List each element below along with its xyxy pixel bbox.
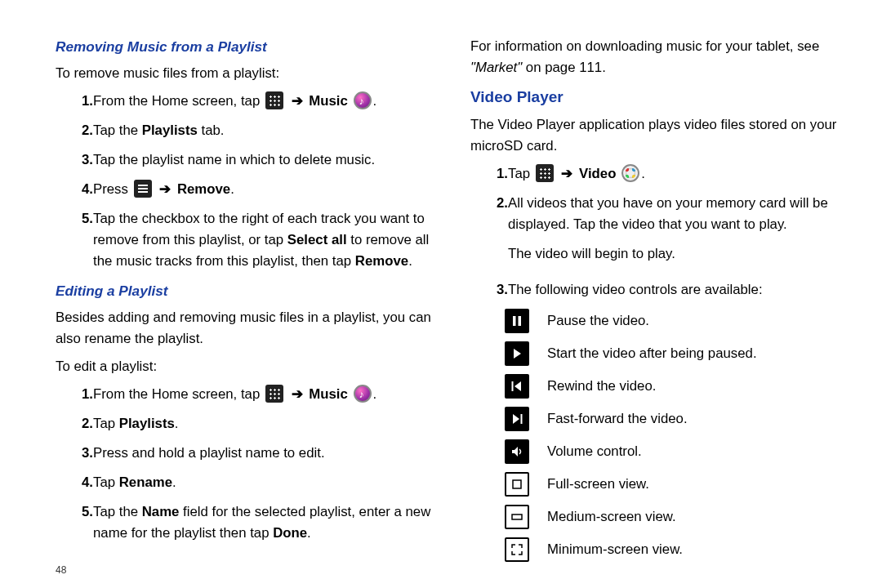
heading-editing-playlist: Editing a Playlist [56, 280, 433, 302]
editing-step-1: From the Home screen, tap ➔ Music . [93, 384, 433, 405]
control-pause: Pause the video. [470, 309, 848, 333]
step-number: 1. [470, 163, 508, 185]
music-icon [354, 385, 372, 403]
step-number: 1. [56, 91, 93, 112]
arrow-icon: ➔ [559, 166, 575, 181]
step-number: 4. [56, 472, 93, 493]
svg-marker-7 [512, 447, 518, 457]
editing-step-4: Tap Rename. [93, 472, 433, 493]
svg-rect-8 [513, 480, 521, 488]
video-step-3: The following video controls are availab… [508, 279, 848, 301]
step-number: 3. [470, 279, 508, 301]
svg-rect-6 [521, 414, 523, 424]
step-number: 4. [56, 179, 93, 200]
arrow-icon: ➔ [289, 93, 305, 109]
control-play: Start the video after being paused. [470, 341, 848, 366]
arrow-icon: ➔ [157, 181, 173, 197]
editing-steps: 1. From the Home screen, tap ➔ Music . 2… [56, 384, 433, 544]
removing-step-1: From the Home screen, tap ➔ Music . [93, 91, 433, 112]
step-number: 2. [56, 413, 93, 434]
step-number: 1. [56, 384, 93, 405]
control-fast-forward: Fast-forward the video. [470, 407, 848, 431]
download-info: For information on downloading music for… [470, 36, 848, 78]
heading-video-player: Video Player [470, 85, 848, 109]
video-intro: The Video Player application plays video… [470, 114, 848, 157]
video-step-1: Tap ➔ Video . [508, 163, 848, 185]
video-controls-list: Pause the video. Start the video after b… [470, 309, 848, 562]
apps-icon [536, 164, 554, 182]
svg-marker-5 [513, 414, 519, 424]
volume-icon [505, 439, 529, 464]
control-full-screen: Full-screen view. [470, 472, 848, 497]
svg-marker-2 [514, 349, 521, 359]
heading-removing-music: Removing Music from a Playlist [56, 36, 433, 58]
svg-rect-1 [519, 316, 522, 326]
video-step-2: All videos that you have on your memory … [508, 193, 848, 271]
control-medium-screen: Medium-screen view. [470, 505, 848, 529]
left-column: Removing Music from a Playlist To remove… [56, 33, 433, 564]
editing-step-2: Tap Playlists. [93, 413, 433, 434]
step-number: 2. [470, 193, 508, 214]
video-steps: 1. Tap ➔ Video . 2. All videos that you … [470, 163, 848, 301]
rewind-icon [505, 374, 529, 399]
fast-forward-icon [505, 407, 529, 431]
editing-intro-2: To edit a playlist: [56, 356, 433, 377]
music-icon [354, 91, 372, 109]
video-icon [621, 164, 639, 182]
step-number: 5. [56, 501, 93, 523]
apps-icon [265, 385, 283, 403]
play-icon [505, 341, 529, 366]
editing-step-5: Tap the Name field for the selected play… [93, 501, 433, 544]
removing-step-5: Tap the checkbox to the right of each tr… [93, 208, 433, 272]
removing-step-3: Tap the playlist name in which to delete… [93, 149, 433, 171]
removing-steps: 1. From the Home screen, tap ➔ Music . 2… [56, 91, 433, 272]
removing-step-2: Tap the Playlists tab. [93, 120, 433, 141]
svg-rect-3 [512, 381, 514, 391]
control-minimum-screen: Minimum-screen view. [470, 537, 848, 562]
minimum-screen-icon [505, 537, 529, 562]
control-volume: Volume control. [470, 439, 848, 464]
editing-intro-1: Besides adding and removing music files … [56, 307, 433, 350]
step-number: 5. [56, 208, 93, 229]
removing-step-4: Press ➔ Remove. [93, 179, 433, 200]
full-screen-icon [505, 472, 529, 497]
svg-rect-9 [512, 514, 522, 519]
right-column: For information on downloading music for… [470, 33, 848, 564]
step-number: 2. [56, 120, 93, 141]
arrow-icon: ➔ [289, 386, 305, 402]
step-number: 3. [56, 149, 93, 171]
editing-step-3: Press and hold a playlist name to edit. [93, 443, 433, 464]
apps-icon [265, 91, 283, 109]
svg-marker-4 [514, 381, 521, 391]
control-rewind: Rewind the video. [470, 374, 848, 399]
step-number: 3. [56, 443, 93, 464]
removing-intro: To remove music files from a playlist: [56, 63, 433, 84]
svg-rect-0 [513, 316, 516, 326]
pause-icon [505, 309, 529, 333]
medium-screen-icon [505, 505, 529, 529]
menu-icon [134, 180, 152, 198]
page-number: 48 [56, 563, 66, 578]
